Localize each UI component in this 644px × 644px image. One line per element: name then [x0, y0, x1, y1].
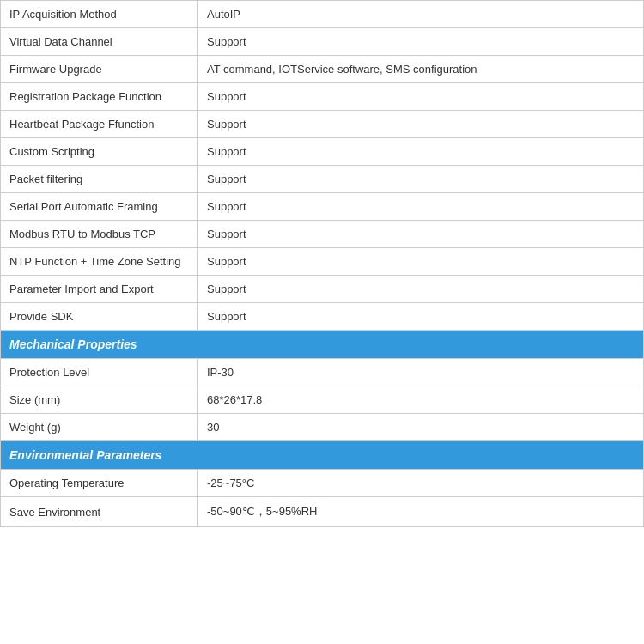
feature-value: Support [198, 276, 644, 303]
feature-label: Operating Temperature [1, 470, 198, 497]
feature-value: Support [198, 28, 644, 56]
feature-value: IP-30 [198, 359, 644, 386]
feature-label: Provide SDK [1, 303, 198, 331]
table-row: IP Acquisition MethodAutoIP [1, 1, 644, 28]
feature-label: Serial Port Automatic Framing [1, 193, 198, 221]
feature-value: Support [198, 166, 644, 193]
table-row: Parameter Import and ExportSupport [1, 276, 644, 303]
feature-label: NTP Function + Time Zone Setting [1, 248, 198, 276]
table-row: Serial Port Automatic FramingSupport [1, 193, 644, 221]
feature-label: IP Acquisition Method [1, 1, 198, 28]
table-row: Protection LevelIP-30 [1, 359, 644, 386]
section-header-label: Environmental Parameters [1, 441, 644, 470]
feature-label: Heartbeat Package Ffunction [1, 111, 198, 138]
feature-value: Support [198, 221, 644, 248]
table-row: Operating Temperature-25~75°C [1, 470, 644, 497]
spec-table: IP Acquisition MethodAutoIPVirtual Data … [0, 0, 644, 527]
table-row: Weight (g)30 [1, 414, 644, 441]
table-row: Size (mm)68*26*17.8 [1, 386, 644, 414]
feature-label: Registration Package Function [1, 83, 198, 111]
feature-label: Packet filtering [1, 166, 198, 193]
feature-value: AT command, IOTService software, SMS con… [198, 56, 644, 83]
table-row: Heartbeat Package FfunctionSupport [1, 111, 644, 138]
section-header-label: Mechanical Properties [1, 331, 644, 359]
table-row: Provide SDKSupport [1, 303, 644, 331]
feature-label: Virtual Data Channel [1, 28, 198, 56]
table-row: Save Environment-50~90℃，5~95%RH [1, 497, 644, 527]
table-row: Registration Package FunctionSupport [1, 83, 644, 111]
feature-value: AutoIP [198, 1, 644, 28]
feature-value: Support [198, 83, 644, 111]
section-header-row: Environmental Parameters [1, 441, 644, 470]
table-row: Modbus RTU to Modbus TCPSupport [1, 221, 644, 248]
table-row: Packet filteringSupport [1, 166, 644, 193]
feature-label: Parameter Import and Export [1, 276, 198, 303]
feature-value: -25~75°C [198, 470, 644, 497]
feature-value: Support [198, 193, 644, 221]
feature-label: Protection Level [1, 359, 198, 386]
feature-value: -50~90℃，5~95%RH [198, 497, 644, 527]
table-row: NTP Function + Time Zone SettingSupport [1, 248, 644, 276]
feature-label: Custom Scripting [1, 138, 198, 166]
feature-label: Size (mm) [1, 386, 198, 414]
feature-value: 68*26*17.8 [198, 386, 644, 414]
feature-label: Save Environment [1, 497, 198, 527]
table-row: Custom ScriptingSupport [1, 138, 644, 166]
feature-value: 30 [198, 414, 644, 441]
feature-label: Modbus RTU to Modbus TCP [1, 221, 198, 248]
feature-value: Support [198, 111, 644, 138]
feature-label: Firmware Upgrade [1, 56, 198, 83]
feature-label: Weight (g) [1, 414, 198, 441]
table-row: Firmware UpgradeAT command, IOTService s… [1, 56, 644, 83]
spec-table-container: IP Acquisition MethodAutoIPVirtual Data … [0, 0, 644, 527]
feature-value: Support [198, 138, 644, 166]
section-header-row: Mechanical Properties [1, 331, 644, 359]
feature-value: Support [198, 303, 644, 331]
feature-value: Support [198, 248, 644, 276]
table-row: Virtual Data ChannelSupport [1, 28, 644, 56]
